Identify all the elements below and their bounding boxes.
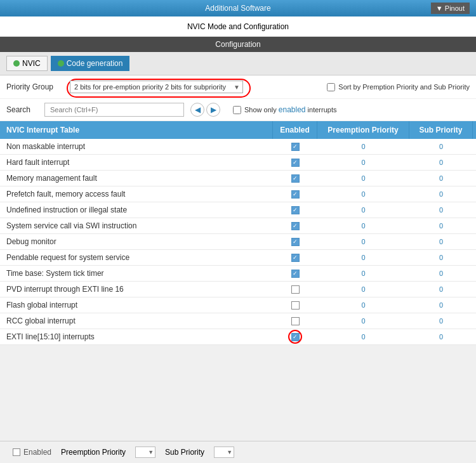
show-only-label: Show only enabled interrupts [244,105,336,114]
table-row-highlighted: EXTI line[15:10] interrupts 0 0 [0,329,476,345]
top-bar: Additional Software ▼ Pinout [0,0,476,16]
sub-dropdown[interactable]: 0123 [214,447,234,458]
sort-checkbox[interactable] [327,83,335,91]
preemption-cell: 0 [317,266,409,281]
preemption-cell: 0 [317,297,409,313]
enabled-cell[interactable] [273,250,317,265]
enabled-cell[interactable] [273,186,317,202]
show-only-row: Show only enabled interrupts [233,105,336,114]
interrupt-name: Hard fault interrupt [0,155,273,170]
preemption-dropdown[interactable]: 0123 [135,447,155,458]
interrupt-name: Memory management fault [0,171,273,186]
config-bar: Configuration [0,37,476,52]
enabled-cell[interactable] [273,234,317,249]
bottom-enabled-label: Enabled [23,448,51,457]
enabled-checkbox[interactable] [291,270,300,278]
enabled-cell[interactable] [273,282,317,297]
sub-cell: 0 [409,202,473,218]
bottom-enabled-item: Enabled [13,448,51,457]
show-only-enabled-checkbox[interactable] [233,106,241,114]
sub-cell: 0 [409,297,473,313]
interrupt-name: Debug monitor [0,234,273,249]
table-row: Memory management fault 0 0 [0,171,476,186]
table-row: PVD interrupt through EXTI line 16 0 0 [0,282,476,297]
sub-cell: 0 [409,186,473,202]
enabled-checkbox[interactable] [291,143,300,151]
sub-cell: 0 [409,139,473,154]
table-row: Non maskable interrupt 0 0 [0,139,476,155]
search-input[interactable] [44,103,184,117]
bottom-enabled-checkbox[interactable] [13,448,20,456]
enabled-checkbox[interactable] [291,206,300,214]
col-header-enabled: Enabled [273,121,317,139]
tab-code-generation[interactable]: Code generation [51,56,130,71]
table-row: Flash global interrupt 0 0 [0,297,476,313]
enabled-cell[interactable] [273,218,317,233]
sub-dropdown-wrapper: 0123 ▼ [214,447,234,458]
enabled-checkbox[interactable] [291,238,300,246]
enabled-cell[interactable] [273,297,317,313]
enabled-checkbox[interactable] [291,159,300,167]
enabled-cell[interactable] [273,171,317,186]
enabled-checkbox[interactable] [291,301,300,310]
table-row: RCC global interrupt 0 0 [0,313,476,329]
col-header-preemption: Preemption Priority [317,121,409,139]
nvic-dot [13,60,20,67]
enabled-checkbox[interactable] [291,222,300,230]
interrupt-name: System service call via SWI instruction [0,218,273,233]
top-bar-title: Additional Software [205,4,270,13]
interrupt-name: RCC global interrupt [0,313,273,329]
enabled-cell[interactable] [273,313,317,329]
interrupt-name: Non maskable interrupt [0,139,273,154]
table-row: Debug monitor 0 0 [0,234,476,250]
title-bar: NVIC Mode and Configuration [0,16,476,37]
enabled-checkbox[interactable] [291,254,300,262]
priority-group-label: Priority Group [6,82,63,91]
enabled-checkbox-highlighted[interactable] [291,333,300,341]
preemption-cell: 0 [317,155,409,170]
bottom-sub-label: Sub Priority [165,448,204,457]
table-row: Undefined instruction or illegal state 0… [0,202,476,218]
enabled-cell[interactable] [273,329,317,344]
interrupt-name: Pendable request for system service [0,250,273,265]
priority-select-wrapper: 2 bits for pre-emption priority 2 bits f… [70,81,243,93]
pinout-button[interactable]: ▼ Pinout [431,3,470,14]
sub-cell: 0 [409,313,473,329]
nvic-title: NVIC Mode and Configuration [187,22,289,31]
preemption-cell: 0 [317,234,409,249]
tab-nvic[interactable]: NVIC [6,56,48,71]
enabled-checkbox[interactable] [291,317,300,325]
search-label: Search [6,105,38,114]
enabled-checkbox[interactable] [291,285,300,294]
bottom-preemption-label: Preemption Priority [61,448,126,457]
preemption-cell: 0 [317,218,409,233]
nav-next-button[interactable]: ▶ [206,103,220,117]
enabled-cell[interactable] [273,155,317,170]
interrupt-name: Prefetch fault, memory access fault [0,186,273,202]
enabled-cell[interactable] [273,202,317,218]
enabled-checkbox[interactable] [291,190,300,199]
sub-cell: 0 [409,234,473,249]
enabled-cell[interactable] [273,266,317,281]
sub-cell: 0 [409,250,473,265]
col-header-name: NVIC Interrupt Table [0,121,273,139]
preemption-cell: 0 [317,329,409,344]
table-row: Time base: System tick timer 0 0 [0,266,476,282]
preemption-cell: 0 [317,250,409,265]
tabs-container: NVIC Code generation [0,52,476,75]
col-header-sub: Sub Priority [409,121,473,139]
sort-label: Sort by Premption Priority and Sub Prior… [338,83,470,91]
sub-cell: 0 [409,282,473,297]
search-row: Search ◀ ▶ Show only enabled interrupts [0,99,476,121]
interrupt-name: EXTI line[15:10] interrupts [0,329,273,344]
nvic-table: NVIC Interrupt Table Enabled Preemption … [0,121,476,345]
enabled-cell[interactable] [273,139,317,154]
enabled-checkbox[interactable] [291,174,300,183]
sub-cell: 0 [409,329,473,344]
codegen-dot [58,60,64,67]
nav-buttons: ◀ ▶ [190,103,220,117]
table-row: System service call via SWI instruction … [0,218,476,234]
preemption-cell: 0 [317,139,409,154]
priority-group-select[interactable]: 2 bits for pre-emption priority 2 bits f… [70,81,243,93]
nav-prev-button[interactable]: ◀ [190,103,204,117]
